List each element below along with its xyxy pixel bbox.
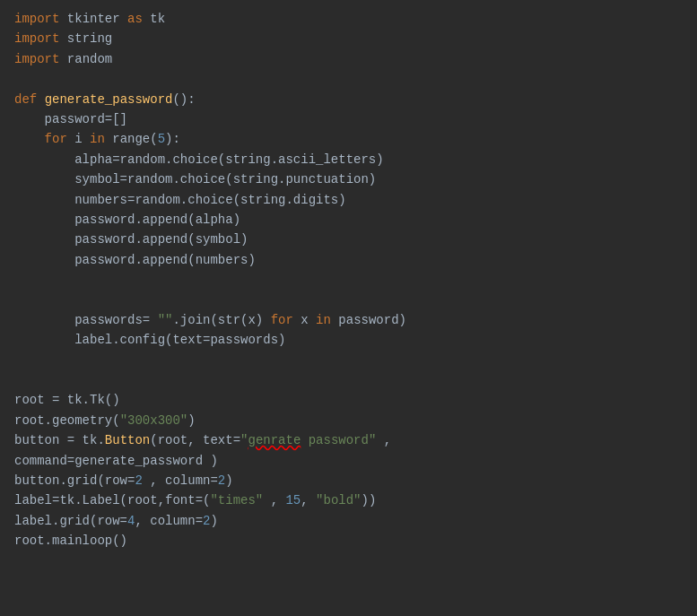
keyword: for bbox=[271, 313, 293, 327]
code-text bbox=[37, 92, 44, 107]
code-line: password.append(symbol) bbox=[14, 230, 683, 249]
code-text: label.grid(row= bbox=[14, 514, 127, 528]
code-text: random bbox=[59, 52, 112, 66]
code-line: passwords= "".join(str(x) for x in passw… bbox=[14, 310, 683, 330]
function-name: Button bbox=[105, 433, 150, 447]
code-text: tkinter bbox=[59, 12, 127, 26]
code-text: , column= bbox=[135, 514, 203, 528]
string: "300x300" bbox=[120, 413, 188, 428]
code-text: tk bbox=[143, 12, 165, 26]
code-text: )) bbox=[362, 493, 377, 508]
code-line bbox=[14, 370, 683, 390]
code-text: numbers=random.choice(string.digits) bbox=[14, 193, 346, 207]
code-text: alpha=random.choice(string.ascii_letters… bbox=[14, 152, 384, 167]
code-text: password=[] bbox=[14, 112, 127, 126]
code-line: import random bbox=[14, 49, 683, 69]
code-text: ) bbox=[187, 413, 195, 428]
code-line: label.config(text=passwords) bbox=[14, 330, 683, 350]
code-text: label.config(text=passwords) bbox=[14, 333, 285, 347]
code-line bbox=[14, 351, 683, 370]
code-line: numbers=random.choice(string.digits) bbox=[14, 190, 683, 210]
code-text: range( bbox=[105, 132, 158, 146]
string: "" bbox=[158, 313, 173, 327]
keyword: import bbox=[14, 31, 59, 46]
code-text bbox=[14, 132, 45, 146]
code-line bbox=[14, 69, 683, 89]
code-line: import string bbox=[14, 29, 683, 48]
code-text: i bbox=[67, 132, 90, 146]
keyword: as bbox=[127, 12, 143, 26]
number: 15 bbox=[285, 493, 301, 508]
code-text: x bbox=[293, 313, 316, 327]
code-text: , bbox=[301, 493, 316, 508]
code-line: root.mainloop() bbox=[14, 531, 683, 551]
code-line: def generate_password(): bbox=[14, 90, 683, 109]
code-text: ) bbox=[225, 473, 232, 488]
code-text: button = tk. bbox=[14, 433, 105, 447]
code-text: root = tk.Tk() bbox=[14, 393, 120, 407]
function-name: generate_password bbox=[45, 92, 173, 107]
code-text: button.grid(row= bbox=[14, 473, 135, 488]
number: 2 bbox=[218, 473, 225, 488]
code-line: alpha=random.choice(string.ascii_letters… bbox=[14, 150, 683, 169]
code-line bbox=[14, 290, 683, 309]
code-line: password.append(numbers) bbox=[14, 250, 683, 270]
code-line: command=generate_password ) bbox=[14, 451, 683, 471]
code-text: ): bbox=[165, 132, 180, 146]
code-editor: import tkinter as tk import string impor… bbox=[0, 0, 697, 616]
keyword: in bbox=[90, 132, 105, 146]
code-text: command=generate_password ) bbox=[14, 454, 218, 468]
code-line: button.grid(row=2 , column=2) bbox=[14, 471, 683, 490]
code-text: .join(str(x) bbox=[172, 313, 270, 327]
code-text: password) bbox=[331, 313, 406, 327]
string: "bold" bbox=[316, 493, 361, 508]
code-line: password.append(alpha) bbox=[14, 210, 683, 230]
keyword: import bbox=[14, 12, 59, 26]
code-text: , column= bbox=[143, 473, 218, 488]
string: "genrate password" bbox=[240, 433, 376, 447]
code-text: (root, text= bbox=[150, 433, 240, 447]
code-text: root.geometry( bbox=[14, 413, 120, 428]
code-text: ) bbox=[210, 514, 217, 528]
code-line: for i in range(5): bbox=[14, 129, 683, 149]
code-line: import tkinter as tk bbox=[14, 9, 683, 29]
code-line: root.geometry("300x300") bbox=[14, 411, 683, 430]
code-line: password=[] bbox=[14, 109, 683, 129]
code-line: button = tk.Button(root, text="genrate p… bbox=[14, 430, 683, 450]
code-text: password.append(numbers) bbox=[14, 253, 256, 267]
code-text: root.mainloop() bbox=[14, 534, 127, 548]
code-line: root = tk.Tk() bbox=[14, 390, 683, 410]
code-text: symbol=random.choice(string.punctuation) bbox=[14, 172, 376, 187]
string: "times" bbox=[210, 493, 263, 508]
number: 2 bbox=[135, 473, 142, 488]
code-text: string bbox=[59, 31, 112, 46]
code-text: password.append(symbol) bbox=[14, 232, 248, 247]
code-text: passwords= bbox=[14, 313, 158, 327]
code-text: password.append(alpha) bbox=[14, 213, 240, 227]
keyword: for bbox=[45, 132, 67, 146]
code-line: label=tk.Label(root,font=("times" , 15, … bbox=[14, 490, 683, 510]
number: 5 bbox=[158, 132, 165, 146]
code-text: (): bbox=[172, 92, 195, 107]
code-line: label.grid(row=4, column=2) bbox=[14, 511, 683, 531]
keyword: in bbox=[316, 313, 331, 327]
keyword: def bbox=[14, 92, 37, 107]
keyword: import bbox=[14, 52, 59, 66]
code-line: symbol=random.choice(string.punctuation) bbox=[14, 169, 683, 189]
code-text: , bbox=[263, 493, 285, 508]
code-line bbox=[14, 270, 683, 290]
code-text: , bbox=[376, 433, 391, 447]
code-text: label=tk.Label(root,font=( bbox=[14, 493, 210, 508]
